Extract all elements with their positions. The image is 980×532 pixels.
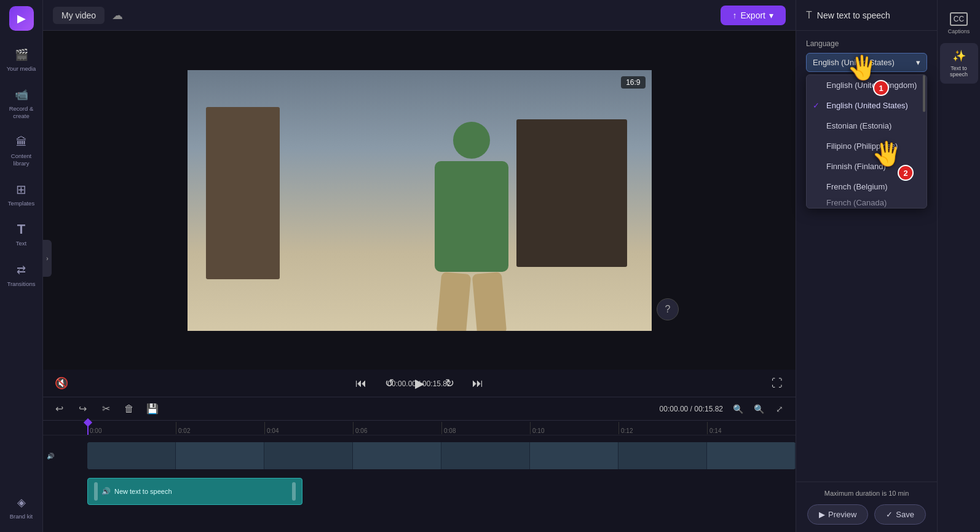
fullscreen-button[interactable]: ⛶ (769, 375, 786, 392)
save-icon: ✓ (886, 510, 893, 519)
tts-track-text: New text to speech (114, 488, 172, 495)
sidebar-item-transitions[interactable]: ⇄ Transitions (2, 256, 41, 293)
sidebar-item-text[interactable]: T Text (2, 215, 41, 253)
app-logo[interactable]: ▶ (9, 6, 34, 31)
video-thumb-3 (264, 442, 353, 469)
sidebar-item-your-media[interactable]: 🎬 Your media (2, 41, 41, 78)
record-icon: 📹 (14, 87, 30, 103)
topbar: My video ☁ ↑ Export ▾ (43, 0, 796, 31)
undo-button[interactable]: ↩ (50, 400, 68, 418)
dropdown-scrollbar[interactable] (923, 75, 925, 112)
export-chevron-icon: ▾ (769, 10, 773, 20)
sidebar-label-text: Text (16, 240, 26, 247)
video-title[interactable]: My video (53, 7, 105, 24)
dropdown-label: French (Belgium) (826, 182, 888, 191)
language-section: Language English (United States) ▾ Engli… (796, 31, 937, 213)
sidebar-item-record-create[interactable]: 📹 Record & create (2, 81, 41, 125)
redo-button[interactable]: ↪ (74, 400, 91, 418)
dropdown-item-finnish[interactable]: Finnish (Finland) (807, 156, 927, 177)
fit-button[interactable]: ⤢ (771, 400, 788, 418)
timeline-tracks: 🔊 (43, 435, 796, 532)
sidebar-label-content: Content library (6, 153, 37, 167)
skip-back-button[interactable]: ⏮ (352, 375, 369, 392)
dropdown-item-english-uk[interactable]: English (United Kingdom) (807, 75, 927, 95)
cut-button[interactable]: ✂ (97, 400, 114, 418)
templates-icon: ⊞ (14, 181, 30, 197)
shelf-left (206, 107, 280, 279)
time-display: 00:00.00 / 00:15.82 (387, 379, 451, 388)
tts-tab[interactable]: ✨ Text to speech (940, 43, 978, 84)
video-track-label: 🔊 (47, 453, 87, 459)
ruler-mark: 0:14 (707, 422, 796, 434)
captions-tab[interactable]: CC Captions (940, 6, 978, 41)
panel-text-icon: T (806, 10, 812, 21)
text-icon: T (14, 221, 30, 237)
sidebar-expander[interactable]: › (43, 240, 52, 277)
cloud-save-icon: ☁ (112, 9, 123, 22)
video-frame: 16:9 (188, 70, 652, 331)
tts-handle-left[interactable] (94, 482, 98, 501)
dropdown-label: English (United Kingdom) (826, 81, 917, 90)
dropdown-label: Filipino (Philippines) (826, 141, 898, 151)
export-icon: ↑ (733, 10, 737, 20)
sidebar-item-templates[interactable]: ⊞ Templates (2, 175, 41, 213)
tts-handle-right[interactable] (292, 482, 296, 501)
video-thumb-5 (441, 442, 530, 469)
zoom-in-button[interactable]: 🔍 (750, 400, 767, 418)
delete-button[interactable]: 🗑 (121, 400, 138, 418)
sidebar: ▶ 🎬 Your media 📹 Record & create 🏛 Conte… (0, 0, 43, 532)
video-track (87, 442, 796, 469)
language-select[interactable]: English (United States) ▾ (806, 53, 927, 72)
help-button[interactable]: ? (657, 298, 679, 320)
main-content: My video ☁ ↑ Export ▾ (43, 0, 796, 532)
dropdown-label: Estonian (Estonia) (826, 121, 891, 130)
dropdown-item-filipino[interactable]: Filipino (Philippines) (807, 136, 927, 156)
dropdown-label: English (United States) (826, 101, 908, 110)
sidebar-label-transitions: Transitions (7, 280, 35, 287)
save-button[interactable]: ✓ Save (874, 504, 926, 525)
export-button[interactable]: ↑ Export ▾ (721, 6, 786, 25)
playback-right-controls: ⛶ (769, 375, 786, 392)
video-track-content[interactable] (87, 442, 796, 469)
dropdown-item-english-us[interactable]: ✓ English (United States) (807, 95, 927, 116)
dropdown-item-french-be[interactable]: French (Belgium) (807, 177, 927, 197)
timeline-time-display: 00:00.00 / 00:15.82 (660, 405, 723, 413)
preview-button[interactable]: ▶ Preview (807, 504, 868, 525)
mute-button[interactable]: 🔇 (53, 375, 70, 392)
save-timeline-button[interactable]: 💾 (144, 400, 161, 418)
preview-icon: ▶ (819, 510, 825, 519)
aspect-ratio-badge: 16:9 (621, 76, 645, 89)
panel-actions: ▶ Preview ✓ Save (806, 504, 927, 525)
tts-icon: 🔊 (101, 487, 111, 496)
skip-forward-button[interactable]: ⏭ (469, 375, 486, 392)
sidebar-item-content-library[interactable]: 🏛 Content library (2, 128, 41, 173)
dropdown-item-french-ca[interactable]: French (Canada) (807, 197, 927, 208)
playback-left-controls: 🔇 (53, 375, 70, 392)
brand-icon: ◈ (14, 494, 30, 510)
zoom-out-button[interactable]: 🔍 (729, 400, 746, 418)
tts-track-row: 🔊 New text to speech (43, 475, 796, 508)
your-media-icon: 🎬 (14, 47, 30, 63)
video-area: 16:9 ? (43, 31, 796, 370)
timeline-ruler: 0:00 0:02 0:04 0:06 0:08 0:10 0:12 0:14 (43, 421, 796, 435)
sidebar-item-brand-kit[interactable]: ◈ Brand kit (2, 488, 41, 526)
tts-panel-icon: ✨ (952, 49, 966, 63)
ruler-mark: 0:10 (530, 422, 618, 434)
chevron-down-icon: ▾ (916, 58, 920, 67)
playback-area: 16:9 ? 🔇 ⏮ ↺ ▶ ↻ ⏭ 00:00.00 / 00:15.82 ⛶ (43, 31, 796, 532)
dropdown-item-estonian[interactable]: Estonian (Estonia) (807, 116, 927, 136)
video-thumb-8 (707, 442, 796, 469)
tts-track-content[interactable]: 🔊 New text to speech (87, 478, 796, 505)
dropdown-label: Finnish (Finland) (826, 162, 886, 171)
video-thumb-1 (87, 442, 176, 469)
tts-track[interactable]: 🔊 New text to speech (87, 478, 302, 505)
captions-label: Captions (948, 28, 970, 34)
ruler-mark: 0:04 (264, 422, 353, 434)
tts-panel-label: Text to speech (944, 65, 974, 77)
right-panel: T New text to speech Language English (U… (796, 0, 937, 532)
timeline-section: ↩ ↪ ✂ 🗑 💾 00:00.00 / 00:15.82 🔍 🔍 ⤢ (43, 397, 796, 532)
sidebar-label-your-media: Your media (7, 65, 36, 72)
sidebar-label-templates: Templates (8, 200, 34, 207)
ruler-mark: 0:00 (87, 422, 176, 434)
check-icon: ✓ (813, 101, 820, 110)
